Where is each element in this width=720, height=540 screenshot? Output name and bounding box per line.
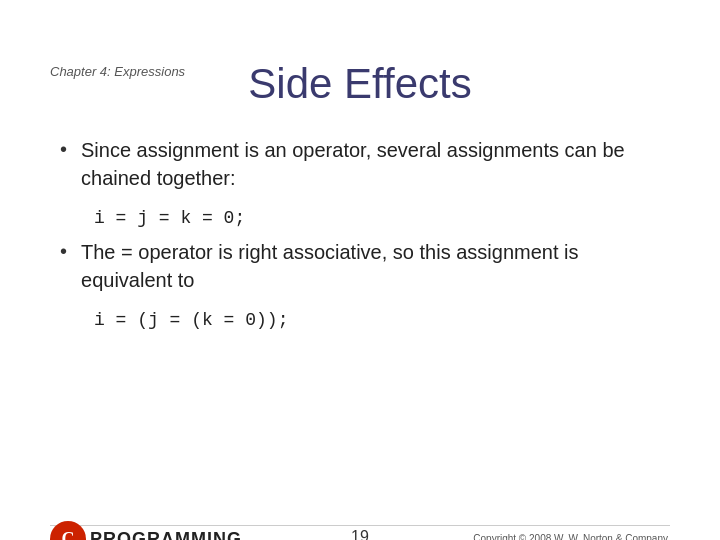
- bullet-item-1: • Since assignment is an operator, sever…: [60, 136, 660, 192]
- bullet-sentence-1: Since assignment is an operator, several…: [81, 139, 625, 189]
- chapter-label: Chapter 4: Expressions: [50, 64, 185, 79]
- copyright-line: Copyright © 2008 W. W. Norton & Company.: [473, 531, 670, 541]
- bullet-text-1: Since assignment is an operator, several…: [81, 136, 660, 192]
- logo-c-icon: C: [50, 521, 86, 540]
- bullet-dot-1: •: [60, 138, 67, 161]
- logo-main: C PROGRAMMING: [50, 521, 242, 540]
- bullet-item-2: • The = operator is right associative, s…: [60, 238, 660, 294]
- code-block-2: i = (j = (k = 0));: [94, 310, 660, 330]
- bullet-dot-2: •: [60, 240, 67, 263]
- bullet-sentence-2: The = operator is right associative, so …: [81, 241, 578, 291]
- slide-title: Side Effects: [0, 50, 720, 108]
- page-number: 19: [351, 528, 369, 540]
- copyright-block: Copyright © 2008 W. W. Norton & Company.…: [473, 531, 670, 541]
- code-block-1: i = j = k = 0;: [94, 208, 660, 228]
- bullet-text-2: The = operator is right associative, so …: [81, 238, 660, 294]
- logo-programming-text: PROGRAMMING: [90, 529, 242, 541]
- content-area: • Since assignment is an operator, sever…: [0, 136, 720, 330]
- logo-block: C PROGRAMMING A Modern Approach SECOND E…: [50, 521, 267, 540]
- footer: C PROGRAMMING A Modern Approach SECOND E…: [0, 521, 720, 540]
- slide: Chapter 4: Expressions Side Effects • Si…: [0, 50, 720, 540]
